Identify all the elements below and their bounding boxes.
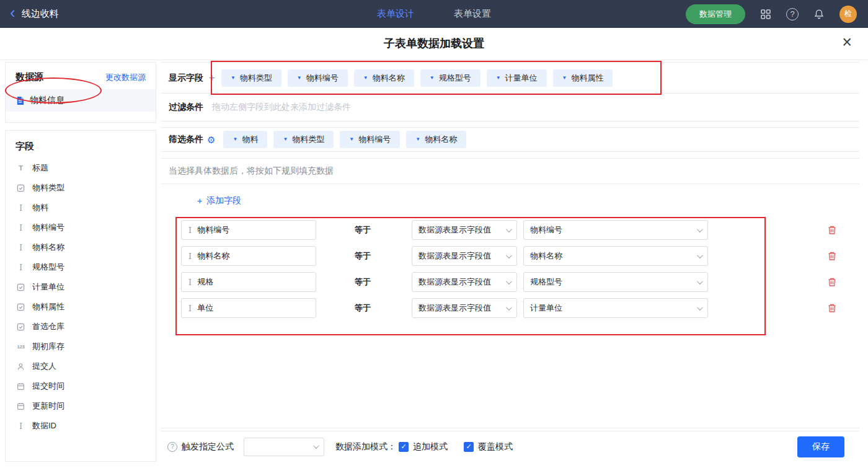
field-label: 提交人 [32, 361, 56, 372]
value-select[interactable]: 规格型号 [523, 272, 708, 292]
screen-field-chip[interactable]: ▼ 物料名称 [406, 131, 466, 148]
trash-icon[interactable] [827, 225, 837, 235]
avatar[interactable]: 检 [839, 6, 857, 23]
source-select[interactable]: 数据源表显示字段值 [412, 246, 517, 266]
mode-checkbox-option[interactable]: ✓ 覆盖模式 [464, 441, 513, 453]
value-select[interactable]: 物料名称 [523, 246, 708, 266]
field-item[interactable]: T I 123 物料属性 [6, 297, 156, 317]
trash-icon[interactable] [827, 251, 837, 261]
chevron-down-icon: ▼ [283, 137, 288, 142]
target-field-box[interactable]: I 单位 [181, 298, 316, 318]
mapping-row: I 单位 等于 数据源表显示字段值 计量单位 [181, 298, 837, 318]
back-nav[interactable]: ‹ 线边收料 [0, 7, 59, 20]
chip-label: 物料属性 [571, 73, 603, 84]
back-label: 线边收料 [22, 8, 59, 20]
check-mark: ✓ [466, 443, 471, 451]
mode-checkbox-option[interactable]: ✓ 追加模式 [399, 441, 448, 453]
help-icon[interactable]: ? [786, 8, 799, 20]
mapping-row: I 物料编号 等于 数据源表显示字段值 物料编号 [181, 220, 837, 240]
datasource-header: 数据源 更改数据源 [6, 63, 156, 89]
field-label: 规格型号 [32, 262, 64, 273]
gear-icon[interactable]: ⚙ [207, 135, 215, 144]
chevron-down-icon [506, 304, 512, 311]
checkbox-icon[interactable]: ✓ [464, 442, 474, 452]
topbar-actions: 数据管理 ? 检 [686, 4, 868, 24]
data-manage-button[interactable]: 数据管理 [686, 4, 745, 24]
source-select[interactable]: 数据源表显示字段值 [412, 220, 517, 240]
field-item[interactable]: T I 123 规格型号 [6, 257, 156, 277]
formula-select[interactable] [244, 438, 324, 456]
source-select[interactable]: 数据源表显示字段值 [412, 272, 517, 292]
target-field-box[interactable]: I 规格 [181, 272, 316, 292]
add-display-field-button[interactable]: + [209, 72, 215, 84]
source-select-value: 数据源表显示字段值 [418, 276, 491, 288]
source-select-value: 数据源表显示字段值 [418, 302, 491, 314]
trash-icon[interactable] [827, 277, 837, 287]
field-label: 期初库存 [32, 341, 64, 352]
screen-condition-label: 筛选条件 [169, 134, 203, 145]
select-field-icon [17, 184, 25, 192]
display-field-chip[interactable]: ▼ 物料编号 [288, 69, 348, 87]
chevron-down-icon: ▼ [232, 137, 237, 142]
field-label: 物料 [32, 202, 48, 213]
tab-form-settings[interactable]: 表单设置 [454, 8, 491, 20]
value-select-value: 计量单位 [530, 302, 562, 314]
field-type-icon: T I 123 [16, 184, 26, 192]
value-select[interactable]: 计量单位 [523, 298, 708, 318]
screen-field-chip[interactable]: ▼ 物料 [223, 131, 267, 148]
value-select[interactable]: 物料编号 [523, 220, 708, 240]
screen-condition-row: 筛选条件 ⚙ ▼ 物料 ▼ 物料类型 ▼ 物料编号 ▼ 物料名称 [161, 127, 859, 152]
change-datasource-link[interactable]: 更改数据源 [105, 72, 146, 83]
field-item[interactable]: T I 123 物料编号 [6, 218, 156, 237]
field-item[interactable]: T I 123 提交时间 [6, 376, 156, 396]
display-field-chip[interactable]: ▼ 规格型号 [420, 69, 480, 87]
datasource-item[interactable]: 物料信息 [6, 89, 156, 112]
tab-form-design[interactable]: 表单设计 [377, 8, 414, 20]
document-icon [16, 96, 25, 105]
header-divider [0, 60, 868, 60]
rules-panel: 当选择具体数据后，将按如下规则填充数据 + 添加字段 I 物料编号 等于 数据源… [161, 158, 859, 428]
screen-field-chip[interactable]: ▼ 物料类型 [273, 131, 334, 148]
save-button[interactable]: 保存 [797, 436, 844, 457]
field-item[interactable]: T I 123 计量单位 [6, 277, 156, 297]
operator-label: 等于 [355, 276, 371, 288]
field-type-icon: T I 123 [16, 303, 26, 311]
target-field-box[interactable]: I 物料名称 [181, 246, 316, 266]
source-select[interactable]: 数据源表显示字段值 [412, 298, 517, 318]
field-type-icon: T I 123 [16, 203, 26, 213]
mode-option-label: 覆盖模式 [478, 441, 513, 453]
trash-icon[interactable] [827, 303, 837, 313]
field-item[interactable]: T I 123 提交人 [6, 356, 156, 376]
field-item[interactable]: T I 123 物料 [6, 198, 156, 218]
text-field-icon: I [19, 263, 22, 272]
target-field-box[interactable]: I 物料编号 [181, 220, 316, 240]
text-field-icon: I [188, 252, 192, 261]
target-field-label: 物料编号 [197, 224, 229, 236]
field-item[interactable]: T I 123 期初库存 [6, 337, 156, 356]
field-type-icon: T I 123 [16, 344, 26, 350]
field-item[interactable]: T I 123 标题 [6, 158, 156, 178]
field-item[interactable]: T I 123 更新时间 [6, 396, 156, 416]
chevron-down-icon [697, 252, 703, 258]
screen-field-chip[interactable]: ▼ 物料编号 [340, 131, 400, 148]
field-item[interactable]: T I 123 首选仓库 [6, 317, 156, 337]
filter-dropzone[interactable]: 拖动左侧字段到此处来添加过滤条件 [212, 102, 351, 113]
display-field-chip[interactable]: ▼ 物料属性 [553, 69, 613, 87]
checkbox-icon[interactable]: ✓ [399, 442, 409, 452]
chevron-down-icon: ▼ [496, 76, 501, 81]
apps-icon[interactable] [760, 9, 771, 20]
chevron-down-icon [506, 278, 512, 285]
chip-label: 计量单位 [505, 73, 538, 84]
display-field-chip[interactable]: ▼ 物料类型 [221, 69, 281, 87]
help-icon[interactable]: ? [167, 442, 177, 452]
close-icon[interactable]: × [842, 34, 852, 51]
field-item[interactable]: T I 123 数据ID [6, 416, 156, 436]
field-item[interactable]: T I 123 物料类型 [6, 178, 156, 198]
display-field-chip[interactable]: ▼ 物料名称 [354, 69, 414, 87]
field-label: 计量单位 [32, 281, 64, 293]
field-item[interactable]: T I 123 物料名称 [6, 237, 156, 257]
add-field-button[interactable]: + 添加字段 [197, 195, 241, 206]
value-select-value: 物料名称 [530, 250, 562, 262]
display-field-chip[interactable]: ▼ 计量单位 [487, 69, 547, 87]
bell-icon[interactable] [813, 9, 825, 20]
